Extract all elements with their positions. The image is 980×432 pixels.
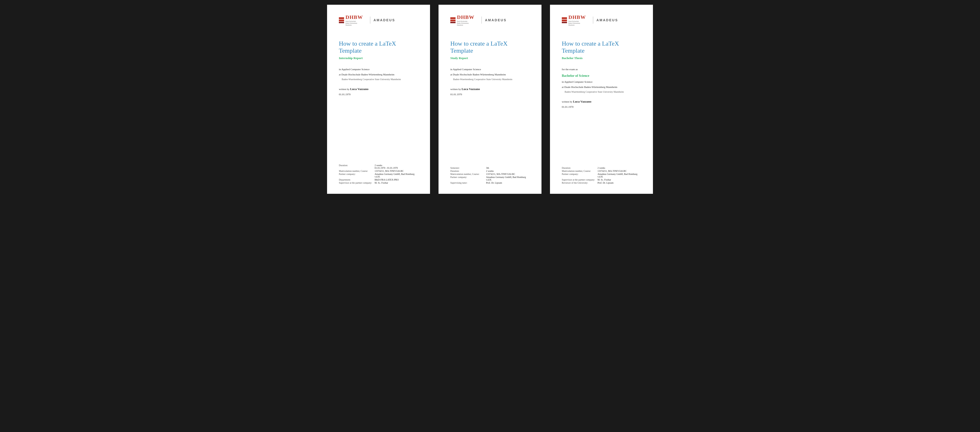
table-row: Matriculation number, Course: 13374211, … xyxy=(450,172,530,175)
author-name-study: Luca Vazzano xyxy=(462,87,480,91)
info-value: 2 weeks xyxy=(597,166,641,169)
doc-body-bachelor: for the exam as Bachelor of Science in A… xyxy=(562,67,641,114)
at-line-internship: at Duale Hochschule Baden-Württemberg Ma… xyxy=(339,72,418,77)
footer-info-internship: Duration: 2 weeks01.01.1970 - 01.01.1970… xyxy=(339,157,418,184)
info-value: 2 weeks01.01.1970 - 01.01.1970 xyxy=(374,164,418,169)
dhbw-logo-internship: DHBW Duale Hochschule Baden-Württemberg … xyxy=(339,14,363,26)
amadeus-text-internship: aMaDEUS xyxy=(374,18,395,22)
doc-title-internship: How to create a LaTeX Template xyxy=(339,40,418,54)
info-value: 13374211, MA-TINF15AI-BC xyxy=(486,172,530,175)
date-line-internship: 01.01.1970 xyxy=(339,92,418,97)
info-value: Prof. Dr. Lipsum xyxy=(597,181,641,184)
dhbw-sub-study: Duale HochschuleBaden-WürttembergMannhei… xyxy=(457,21,471,26)
info-label: Duration: xyxy=(562,166,597,169)
table-row: Supervisor at the partner company: M. Sc… xyxy=(562,178,641,181)
logo-area-study: DHBW Duale HochschuleBaden-WürttembergMa… xyxy=(450,14,530,26)
in-line-bachelor: in Applied Computer Science xyxy=(562,80,641,84)
info-label: Partner company: xyxy=(562,172,597,178)
dhbw-text-study: DHBW xyxy=(457,14,474,20)
logo-area-bachelor: DHBW Duale HochschuleBaden-WürttembergMa… xyxy=(562,14,641,26)
written-line-bachelor: written by Luca Vazzano xyxy=(562,99,641,104)
dhbw-sub-internship: Duale Hochschule Baden-Württemberg Mannh… xyxy=(345,21,360,26)
table-row: Partner company: Amadeus Germany GmbH, B… xyxy=(450,175,530,181)
info-value: R&D-FRA-LATEX-PRO xyxy=(374,178,418,181)
table-row: Partner company: Amadeus Germany GmbH, B… xyxy=(339,172,418,178)
info-value: Amadeus Germany GmbH, Bad Homburg v.d.H. xyxy=(374,172,418,178)
info-value: M. Sc. Foobar xyxy=(374,181,418,184)
doc-title-study: How to create a LaTeX Template xyxy=(450,40,530,54)
footer-info-bachelor: Duration: 2 weeks Matriculation number, … xyxy=(562,159,641,184)
written-prefix-bachelor: written by xyxy=(562,100,573,103)
dhbw-logo-bachelor: DHBW Duale HochschuleBaden-WürttembergMa… xyxy=(562,14,586,26)
table-row: Duration: 2 weeks xyxy=(562,166,641,169)
internship-report-page: DHBW Duale Hochschule Baden-Württemberg … xyxy=(327,5,430,194)
table-row: Partner company: Amadeus Germany GmbH, B… xyxy=(562,172,641,178)
separator-2 xyxy=(544,5,547,194)
written-line-study: written by Luca Vazzano xyxy=(450,86,530,92)
date-line-study: 01.01.1970 xyxy=(450,92,530,97)
dhbw-icon-bachelor xyxy=(562,17,567,23)
info-label: Partner company: xyxy=(450,175,486,181)
dhbw-icon-internship xyxy=(339,17,344,23)
info-label: Duration: xyxy=(339,164,374,169)
dhbw-text-bachelor: DHBW xyxy=(568,14,586,20)
info-label: Supervising tutor: xyxy=(450,181,486,184)
info-value: 13374211, MA-TINF15AI-BC xyxy=(597,169,641,172)
dhbw-sub-bachelor: Duale HochschuleBaden-WürttembergMannhei… xyxy=(568,21,582,26)
doc-subtitle-bachelor: Bachelor Thesis xyxy=(562,56,641,60)
amadeus-text-study: aMaDEUS xyxy=(485,18,507,22)
info-value: Amadeus Germany GmbH, Bad Homburg v.d.H. xyxy=(597,172,641,178)
info-table-bachelor: Duration: 2 weeks Matriculation number, … xyxy=(562,166,641,184)
doc-body-internship: in Applied Computer Science at Duale Hoc… xyxy=(339,67,418,102)
study-report-page: DHBW Duale HochschuleBaden-WürttembergMa… xyxy=(439,5,541,194)
bachelor-degree-bachelor: Bachelor of Science xyxy=(562,73,641,79)
at-line-bachelor: at Duale Hochschule Baden-Württemberg Ma… xyxy=(562,85,641,89)
written-prefix-internship: written by xyxy=(339,88,350,91)
author-name-internship: Luca Vazzano xyxy=(350,87,369,91)
for-exam-line-bachelor: for the exam as xyxy=(562,67,641,72)
dhbw-logo-study: DHBW Duale HochschuleBaden-WürttembergMa… xyxy=(450,14,474,26)
sub-line-bachelor: Baden-Wuerttemberg Cooperative State Uni… xyxy=(565,90,641,94)
table-row: Supervisor at the partner company: M. Sc… xyxy=(339,181,418,184)
in-line-study: in Applied Computer Science xyxy=(450,67,530,72)
info-value: 13374211, MA-TINF15AI-BC xyxy=(374,169,418,172)
written-prefix-study: written by xyxy=(450,88,461,91)
info-label: Duration: xyxy=(450,169,486,172)
doc-body-study: in Applied Computer Science at Duale Hoc… xyxy=(450,67,530,102)
bachelor-thesis-page: DHBW Duale HochschuleBaden-WürttembergMa… xyxy=(550,5,653,194)
info-value: Amadeus Germany GmbH, Bad Homburg v.d.H. xyxy=(486,175,530,181)
table-row: Supervising tutor: Prof. Dr. Lipsum xyxy=(450,181,530,184)
info-label: Matriculation number, Course: xyxy=(450,172,486,175)
info-label: Semester: xyxy=(450,166,486,169)
logo-area-internship: DHBW Duale Hochschule Baden-Württemberg … xyxy=(339,14,418,26)
doc-title-bachelor: How to create a LaTeX Template xyxy=(562,40,641,54)
table-row: Reviewer of the University: Prof. Dr. Li… xyxy=(562,181,641,184)
amadeus-text-bachelor: aMaDEUS xyxy=(597,18,618,22)
info-table-internship: Duration: 2 weeks01.01.1970 - 01.01.1970… xyxy=(339,164,418,184)
info-label: Matriculation number, Course: xyxy=(562,169,597,172)
doc-subtitle-internship: Internship Report xyxy=(339,56,418,60)
info-value: M. Sc. Foobar xyxy=(597,178,641,181)
dhbw-icon-study xyxy=(450,17,455,23)
info-table-study: Semester: 3th Duration: 2 weeks Matricul… xyxy=(450,166,530,184)
info-label: Reviewer of the University: xyxy=(562,181,597,184)
table-row: Semester: 3th xyxy=(450,166,530,169)
author-name-bachelor: Luca Vazzano xyxy=(573,100,592,103)
sub-line-internship: Baden-Wuerttemberg Cooperative State Uni… xyxy=(342,77,418,81)
sub-line-study: Baden-Wuerttemberg Cooperative State Uni… xyxy=(453,77,530,81)
info-value: 3th xyxy=(486,166,530,169)
table-row: Matriculation number, Course: 13374211, … xyxy=(339,169,418,172)
date-line-bachelor: 01.01.1970 xyxy=(562,105,641,109)
info-value: Prof. Dr. Lipsum xyxy=(486,181,530,184)
dhbw-text-internship: DHBW xyxy=(345,14,363,20)
written-line-internship: written by Luca Vazzano xyxy=(339,86,418,92)
footer-info-study: Semester: 3th Duration: 2 weeks Matricul… xyxy=(450,159,530,184)
in-line-internship: in Applied Computer Science xyxy=(339,67,418,72)
info-label: Supervisor at the partner company: xyxy=(562,178,597,181)
separator-1 xyxy=(433,5,436,194)
page-container: DHBW Duale Hochschule Baden-Württemberg … xyxy=(325,0,655,199)
table-row: Duration: 2 weeks01.01.1970 - 01.01.1970 xyxy=(339,164,418,169)
table-row: Duration: 2 weeks xyxy=(450,169,530,172)
doc-subtitle-study: Study Report xyxy=(450,56,530,60)
info-label: Department: xyxy=(339,178,374,181)
